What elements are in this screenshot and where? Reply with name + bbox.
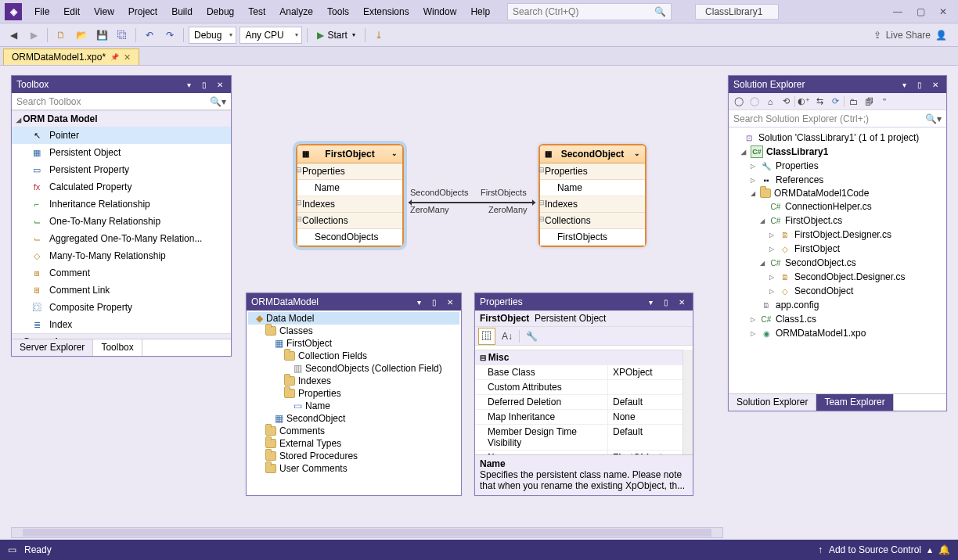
secondobject-file-node[interactable]: ◢C#SecondObject.cs [732, 256, 943, 270]
horizontal-scrollbar[interactable] [11, 527, 723, 538]
preview-icon[interactable]: '' [877, 95, 891, 109]
menu-tools[interactable]: Tools [321, 3, 355, 20]
entity-first-object[interactable]: ▦FirstObject⌄ Properties Name Indexes Co… [296, 144, 404, 247]
liveshare-label[interactable]: Live Share [886, 30, 931, 41]
solution-explorer-tab[interactable]: Solution Explorer [729, 394, 816, 411]
code-folder-node[interactable]: ◢ORMDataModel1Code [732, 187, 943, 199]
properties-node[interactable]: ▷🔧Properties [732, 159, 943, 173]
section-indexes[interactable]: Indexes [540, 196, 645, 213]
menu-debug[interactable]: Debug [200, 3, 240, 20]
section-properties[interactable]: Properties [540, 163, 645, 180]
document-tab[interactable]: ORMDataModel1.xpo* 📌 ✕ [3, 48, 139, 65]
back-icon[interactable]: ◯ [732, 95, 746, 109]
properties-object-header[interactable]: FirstObject Persistent Object [475, 311, 693, 327]
nav-back-icon[interactable]: ◀ [5, 27, 22, 44]
collapse-icon[interactable]: ⇆ [812, 95, 827, 109]
xpo-file-node[interactable]: ▷◉ORMDataModel1.xpo [732, 326, 943, 340]
section-properties[interactable]: Properties [297, 163, 402, 180]
menu-build[interactable]: Build [165, 3, 199, 20]
toolbox-item-persistent-object[interactable]: ▦Persistent Object [12, 144, 231, 161]
toolbox-item-one-to-many[interactable]: ⌙One-To-Many Relationship [12, 213, 231, 230]
tree-stored-procs[interactable]: Stored Procedures [248, 450, 459, 462]
section-collections[interactable]: Collections [297, 213, 402, 229]
prop-base-class[interactable]: Base ClassXPObject [475, 364, 682, 379]
tree-external-types[interactable]: External Types [248, 437, 459, 450]
quick-search[interactable]: Search (Ctrl+Q) 🔍 [507, 3, 672, 20]
tree-user-comments[interactable]: User Comments [248, 462, 459, 475]
menu-edit[interactable]: Edit [57, 3, 86, 20]
show-all-icon[interactable]: 🗀 [846, 95, 860, 109]
panel-menu-icon[interactable]: ▾ [182, 78, 195, 91]
toolbox-item-persistent-property[interactable]: ▭Persistent Property [12, 161, 231, 178]
firstobject-class-node[interactable]: ▷◇FirstObject [732, 242, 943, 256]
secondobject-class-node[interactable]: ▷◇SecondObject [732, 284, 943, 298]
toolbox-tab[interactable]: Toolbox [93, 339, 142, 356]
app-config-node[interactable]: 🗎app.config [732, 298, 943, 312]
config-combo[interactable]: Debug [189, 27, 236, 44]
menu-analyze[interactable]: Analyze [273, 3, 319, 20]
toolbox-item-many-to-many[interactable]: ◇Many-To-Many Relationship [12, 247, 231, 264]
tree-properties[interactable]: Properties [248, 387, 459, 400]
firstobject-file-node[interactable]: ◢C#FirstObject.cs [732, 214, 943, 228]
undo-icon[interactable]: ↶ [141, 27, 158, 44]
server-explorer-tab[interactable]: Server Explorer [12, 339, 93, 356]
solution-node[interactable]: ⊡Solution 'ClassLibrary1' (1 of 1 projec… [732, 131, 943, 145]
project-node[interactable]: ◢C#ClassLibrary1 [732, 145, 943, 159]
tree-secondobject[interactable]: ▦SecondObject [248, 412, 459, 425]
entity-second-object[interactable]: ▦SecondObject⌄ Properties Name Indexes C… [538, 144, 646, 247]
chevron-up-icon[interactable]: ▴ [927, 544, 932, 555]
entity-coll[interactable]: SecondObjects [297, 229, 402, 246]
menu-extensions[interactable]: Extensions [357, 3, 416, 20]
notifications-icon[interactable]: 🔔 [938, 544, 950, 555]
menu-help[interactable]: Help [464, 3, 496, 20]
section-collections[interactable]: Collections [540, 213, 645, 229]
close-icon[interactable]: ✕ [675, 296, 688, 308]
save-icon[interactable]: 💾 [93, 27, 110, 44]
new-project-icon[interactable]: 🗋 [52, 27, 70, 44]
toolbox-item-composite[interactable]: ⿴Composite Property [12, 299, 231, 316]
toolbox-group-general[interactable]: General [12, 333, 231, 339]
tree-indexes[interactable]: Indexes [248, 375, 459, 387]
home-icon[interactable]: ⌂ [763, 95, 777, 109]
step-icon[interactable]: ⤓ [370, 27, 387, 44]
entity-prop-name[interactable]: Name [297, 180, 402, 196]
team-explorer-tab[interactable]: Team Explorer [816, 394, 893, 411]
tree-secondobjects-field[interactable]: ▥SecondObjects (Collection Field) [248, 362, 459, 375]
add-source-control-label[interactable]: Add to Source Control [829, 544, 921, 555]
toolbox-item-pointer[interactable]: ↖Pointer [12, 127, 231, 144]
wrench-icon[interactable]: 🔧 [523, 328, 540, 345]
tree-classes[interactable]: Classes [248, 325, 459, 337]
pin-icon[interactable]: ▯ [660, 296, 672, 308]
close-tab-icon[interactable]: ✕ [124, 52, 131, 63]
refresh-icon[interactable]: ⟳ [828, 95, 842, 109]
menu-view[interactable]: View [88, 3, 121, 20]
close-icon[interactable]: ✕ [939, 6, 947, 17]
prop-map-inheritance[interactable]: Map InheritanceNone [475, 409, 682, 424]
solution-name-chip[interactable]: ClassLibrary1 [695, 4, 779, 20]
prop-category-misc[interactable]: Misc [475, 350, 682, 364]
connection-helper-node[interactable]: C#ConnectionHelper.cs [732, 199, 943, 214]
secondobject-designer-node[interactable]: ▷🗎SecondObject.Designer.cs [732, 270, 943, 284]
minimize-icon[interactable]: — [893, 6, 902, 17]
maximize-icon[interactable]: ▢ [917, 6, 925, 17]
redo-icon[interactable]: ↷ [161, 27, 178, 44]
panel-menu-icon[interactable]: ▾ [898, 78, 910, 91]
liveshare-icon[interactable]: ⇪ [873, 30, 881, 41]
entity-prop-name[interactable]: Name [540, 180, 645, 196]
fwd-icon[interactable]: ◯ [747, 95, 762, 109]
toolbox-search[interactable]: Search Toolbox 🔍▾ [12, 93, 231, 110]
toolbox-item-inheritance[interactable]: ⌐Inheritance Relationship [12, 196, 231, 213]
close-icon[interactable]: ✕ [444, 296, 456, 308]
menu-file[interactable]: File [28, 3, 56, 20]
toolbox-item-calc-property[interactable]: fxCalculated Property [12, 178, 231, 196]
close-icon[interactable]: ✕ [214, 78, 226, 91]
tree-comments[interactable]: Comments [248, 425, 459, 437]
tree-name-prop[interactable]: ▭Name [248, 400, 459, 412]
tree-collection-fields[interactable]: Collection Fields [248, 350, 459, 362]
firstobject-designer-node[interactable]: ▷🗎FirstObject.Designer.cs [732, 228, 943, 242]
class1-node[interactable]: ▷C#Class1.cs [732, 312, 943, 326]
nav-fwd-icon[interactable]: ▶ [25, 27, 42, 44]
feedback-icon[interactable]: 👤 [935, 30, 947, 41]
toolbox-item-agg-one-to-many[interactable]: ⌙Aggregated One-To-Many Relation... [12, 230, 231, 247]
solution-search[interactable]: Search Solution Explorer (Ctrl+;)🔍▾ [729, 110, 946, 127]
